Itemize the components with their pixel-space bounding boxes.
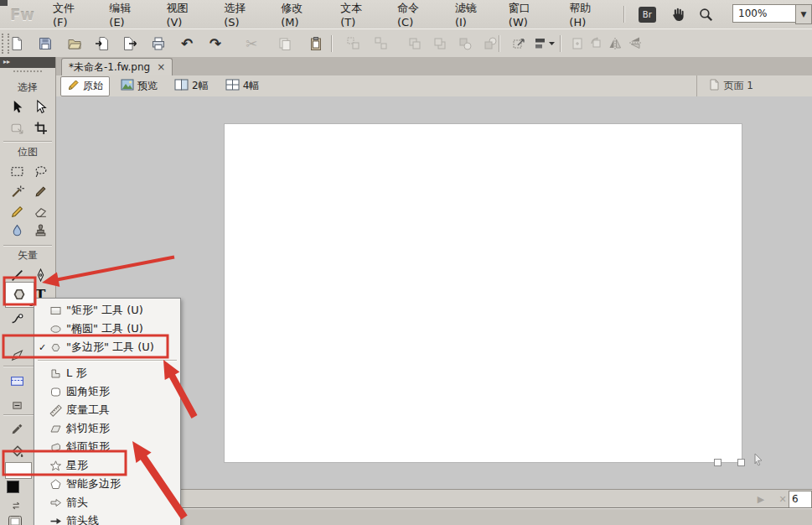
hide-slices-tool[interactable] [7, 396, 27, 414]
stroke-color-well[interactable] [5, 462, 32, 479]
open-icon[interactable] [65, 34, 85, 54]
beveled-rect-icon [48, 441, 63, 454]
two-up-icon [174, 79, 189, 93]
menu-item-smart-polygon[interactable]: 智能多边形 [35, 475, 179, 493]
flip-horizontal-icon [606, 34, 626, 54]
original-view-button[interactable]: 原始 [60, 76, 110, 96]
menu-item-l-shape[interactable]: L 形 [35, 364, 179, 382]
preview-image-icon [121, 79, 134, 93]
magic-wand-tool[interactable] [7, 182, 27, 200]
menu-item-star[interactable]: 星形 [35, 456, 179, 475]
menu-commands[interactable]: 命令(C) [386, 0, 444, 33]
toolbar-separator [499, 35, 500, 52]
blur-tool[interactable] [7, 221, 27, 240]
page-indicator[interactable]: 页面 1 [696, 75, 753, 96]
menu-item-skewed-rectangle[interactable]: 斜切矩形 [35, 419, 179, 438]
arrange-back-icon [430, 34, 450, 54]
zoom-level-value[interactable]: 100% [732, 4, 795, 23]
menu-item-arrow-line[interactable]: 箭头线 [35, 512, 179, 525]
stop-close-icon[interactable]: ✕ [776, 492, 789, 506]
align-icon[interactable] [532, 34, 557, 54]
bridge-button[interactable]: Br [639, 7, 656, 23]
freeform-tool[interactable] [7, 309, 27, 327]
knife-tool[interactable] [7, 346, 27, 364]
menu-text[interactable]: 文本(T) [329, 0, 386, 33]
canvas[interactable] [225, 124, 742, 462]
four-up-view-button[interactable]: 4幅 [220, 77, 266, 95]
marquee-tool[interactable] [7, 162, 27, 180]
fill-color-swatch[interactable] [7, 481, 19, 493]
save-icon[interactable] [35, 34, 55, 54]
import-icon[interactable] [92, 34, 112, 54]
eraser-tool[interactable] [30, 202, 50, 221]
ungroup-icon [371, 34, 391, 54]
menu-item-polygon-tool[interactable]: ✓ "多边形" 工具 (U) [35, 338, 179, 356]
crop-tool[interactable] [30, 118, 50, 137]
fireworks-logo: Fw [10, 6, 42, 23]
menu-item-beveled-rectangle[interactable]: 斜面矩形 [35, 438, 179, 456]
redo-icon[interactable]: ↷ [205, 34, 225, 54]
window-corner-chip [0, 0, 8, 6]
zoom-tool-icon[interactable] [696, 5, 716, 23]
paste-icon[interactable] [306, 34, 326, 54]
document-tab[interactable]: *未命名-1.fw.png × [61, 58, 173, 75]
subselect-tool[interactable] [30, 97, 50, 116]
menu-item-measure-tool[interactable]: 度量工具 [35, 401, 179, 419]
group-icon [344, 34, 364, 54]
pencil-tool[interactable] [7, 202, 27, 221]
paint-bucket-tool[interactable] [7, 441, 27, 460]
menu-select[interactable]: 选择(S) [213, 0, 270, 33]
menu-item-arrow[interactable]: 箭头 [35, 493, 179, 512]
collapse-arrows-icon: ▸▸ [3, 58, 10, 65]
shape-tool-flyout-menu: "矩形" 工具 (U) "椭圆" 工具 (U) ✓ "多边形" 工具 (U) L… [34, 298, 181, 525]
brush-tool[interactable] [30, 182, 50, 200]
menu-item-rectangle-tool[interactable]: "矩形" 工具 (U) [35, 301, 179, 320]
flip-vertical-icon [625, 34, 645, 54]
menu-file[interactable]: 文件(F) [42, 0, 98, 33]
eyedropper-tool[interactable] [7, 419, 27, 438]
menu-help[interactable]: 帮助(H) [558, 0, 617, 33]
arrange-forward-icon [455, 34, 475, 54]
two-up-view-button[interactable]: 2幅 [168, 77, 215, 95]
undo-icon[interactable]: ↶ [177, 34, 197, 54]
rubber-stamp-tool[interactable] [30, 221, 50, 240]
four-up-icon [225, 79, 240, 93]
export-icon[interactable] [120, 34, 140, 54]
canvas-resize-handle[interactable] [714, 459, 721, 466]
preview-view-button[interactable]: 预览 [115, 77, 163, 95]
tab-close-icon[interactable]: × [157, 61, 165, 73]
page-indicator-label: 页面 1 [724, 79, 753, 93]
menu-filters[interactable]: 滤镜(I) [444, 0, 498, 33]
toolbar-separator [560, 35, 561, 52]
screen-mode-button[interactable] [5, 512, 25, 525]
document-tab-title: *未命名-1.fw.png [69, 60, 150, 75]
menu-edit[interactable]: 编辑(E) [98, 0, 155, 33]
section-select-label: 选择 [0, 81, 55, 95]
l-shape-icon [48, 367, 63, 380]
four-up-label: 4幅 [243, 79, 260, 93]
transform-icon[interactable] [509, 34, 530, 54]
new-document-icon[interactable] [7, 34, 27, 54]
print-icon[interactable] [148, 34, 168, 54]
arrow-shape-icon [48, 496, 63, 509]
hand-tool-icon[interactable] [667, 5, 688, 23]
rounded-rect-icon [48, 386, 63, 398]
paste-attributes-icon [567, 34, 587, 54]
zoom-level-control: 100% ▼ [732, 4, 812, 24]
measure-icon [48, 404, 63, 417]
menu-window[interactable]: 窗口(W) [498, 0, 558, 33]
arrange-backward-icon [480, 34, 500, 54]
menu-item-ellipse-tool[interactable]: "椭圆" 工具 (U) [35, 320, 179, 338]
panel-collapse-bar[interactable]: ▸▸ [0, 57, 55, 68]
menu-view[interactable]: 视图(V) [155, 0, 213, 33]
pointer-tool[interactable] [7, 97, 27, 116]
lasso-tool[interactable] [30, 162, 50, 180]
menu-modify[interactable]: 修改(M) [270, 0, 329, 33]
slice-tool[interactable] [7, 372, 27, 390]
export-area-tool[interactable] [7, 118, 27, 137]
menu-item-rounded-rectangle[interactable]: 圆角矩形 [35, 382, 179, 401]
zoom-level-dropdown[interactable]: ▼ [795, 4, 812, 24]
canvas-resize-handle[interactable] [737, 459, 745, 466]
play-animation-icon[interactable]: ▶ [754, 492, 768, 506]
panel-grip[interactable] [13, 70, 42, 75]
